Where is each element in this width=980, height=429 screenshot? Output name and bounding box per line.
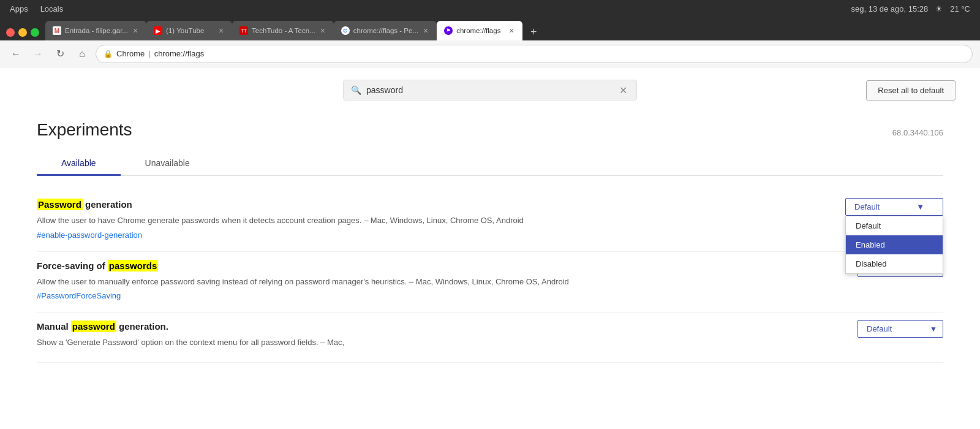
- flag-dropdown-manual-password[interactable]: Default Enabled Disabled ▼: [858, 320, 943, 338]
- window-close-button[interactable]: [6, 28, 15, 37]
- flag-content-force-saving: Force-saving of passwords Allow the user…: [37, 259, 833, 302]
- home-button[interactable]: ⌂: [74, 45, 91, 63]
- tab-gmail-close[interactable]: ×: [132, 26, 139, 35]
- flags-search-header: 🔍 ✕ Reset all to default: [0, 67, 980, 108]
- reset-all-button[interactable]: Reset all to default: [866, 80, 956, 101]
- flag-item-force-saving: Force-saving of passwords Allow the user…: [37, 252, 943, 313]
- content-area: 🔍 ✕ Reset all to default Experiments 68.…: [0, 67, 980, 429]
- flag-title-manual-password: Manual password generation.: [37, 320, 833, 333]
- tab-gmail[interactable]: M Entrada - filipe.gar... ×: [45, 21, 146, 40]
- flag-select-manual-password[interactable]: Default Enabled Disabled: [858, 320, 943, 338]
- flag-title-highlight-3: password: [71, 321, 116, 332]
- address-separator: |: [148, 49, 150, 58]
- flag-title-rest-1: generation: [85, 199, 132, 210]
- flag-desc-password-generation: Allow the user to have Chrome generate p…: [37, 214, 821, 227]
- tab-youtube-title: (1) YouTube: [166, 27, 214, 34]
- tab-flags-pe-title: chrome://flags - Pe...: [353, 27, 418, 34]
- temperature: 21 °C: [950, 4, 970, 13]
- tab-youtube[interactable]: ▶ (1) YouTube ×: [146, 21, 232, 40]
- youtube-favicon: ▶: [154, 26, 162, 35]
- flag-desc-force-saving: Allow the user to manually enforce passw…: [37, 276, 833, 288]
- tab-techtudo-close[interactable]: ×: [319, 26, 326, 35]
- locals-label[interactable]: Locals: [40, 4, 64, 13]
- flag-content-manual-password: Manual password generation. Show a 'Gene…: [37, 320, 833, 351]
- new-tab-button[interactable]: +: [525, 23, 542, 40]
- flag-content-password-generation: Password generation Allow the user to ha…: [37, 198, 821, 240]
- experiments-title: Experiments: [37, 120, 132, 140]
- flag-item-manual-password: Manual password generation. Show a 'Gene…: [37, 313, 943, 363]
- dropdown-option-default[interactable]: Default: [846, 216, 943, 235]
- refresh-button[interactable]: ↻: [51, 45, 69, 63]
- window-maximize-button[interactable]: [31, 28, 39, 37]
- lock-icon: 🔒: [104, 50, 113, 58]
- tab-unavailable[interactable]: Unavailable: [121, 152, 214, 176]
- flag-title-pre-2: Force-saving of: [37, 260, 108, 271]
- flag-link-password-generation[interactable]: #enable-password-generation: [37, 230, 142, 240]
- flag-link-force-saving[interactable]: #PasswordForceSaving: [37, 291, 121, 300]
- dropdown-option-disabled[interactable]: Disabled: [846, 254, 943, 273]
- address-url: chrome://flags: [154, 49, 205, 58]
- address-bar[interactable]: 🔒 Chrome | chrome://flags: [96, 45, 973, 63]
- tab-available[interactable]: Available: [37, 152, 121, 176]
- dropdown-option-enabled[interactable]: Enabled: [846, 235, 943, 254]
- flag-title-pre-3: Manual: [37, 321, 71, 332]
- weather-icon: ☀: [935, 4, 943, 13]
- os-bar: Apps Locals seg, 13 de ago, 15:28 ☀ 21 °…: [0, 0, 980, 17]
- google-favicon: G: [341, 26, 350, 35]
- tab-youtube-close[interactable]: ×: [217, 26, 225, 35]
- tab-flags-pe-close[interactable]: ×: [422, 26, 429, 35]
- experiments-tabs: Available Unavailable: [37, 152, 943, 176]
- search-box[interactable]: 🔍 ✕: [343, 80, 637, 101]
- tab-techtudo[interactable]: TT TechTudo - A Tecn... ×: [232, 21, 334, 40]
- address-chrome: Chrome: [116, 49, 145, 58]
- tab-flags-active[interactable]: ⚑ chrome://flags ×: [437, 21, 522, 40]
- datetime: seg, 13 de ago, 15:28: [851, 4, 929, 13]
- flag-title-highlight-2: passwords: [108, 260, 158, 271]
- forward-button[interactable]: →: [29, 45, 47, 63]
- flag-title-post-3: generation.: [119, 321, 168, 332]
- apps-label[interactable]: Apps: [10, 4, 28, 13]
- techtudo-favicon: TT: [239, 26, 248, 35]
- gmail-favicon: M: [53, 26, 61, 35]
- window-minimize-button[interactable]: [18, 28, 27, 37]
- tab-bar: M Entrada - filipe.gar... × ▶ (1) YouTub…: [0, 17, 980, 40]
- tab-flags-active-close[interactable]: ×: [508, 26, 515, 35]
- experiments-section: Experiments 68.0.3440.106 Available Unav…: [12, 108, 968, 363]
- flag-title-password-generation: Password generation: [37, 198, 821, 211]
- search-icon: 🔍: [351, 85, 361, 95]
- dropdown-arrow-password-generation: ▼: [916, 202, 924, 211]
- search-input[interactable]: [366, 85, 612, 95]
- dropdown-value-password-generation: Default: [854, 202, 880, 211]
- flag-dropdown-password-generation[interactable]: Default ▼ Default Enabled Disabled: [845, 198, 943, 216]
- flag-title-force-saving: Force-saving of passwords: [37, 259, 833, 272]
- dropdown-trigger-password-generation[interactable]: Default ▼: [845, 198, 943, 216]
- flag-item-password-generation: Password generation Allow the user to ha…: [37, 191, 943, 252]
- tab-flags-active-title: chrome://flags: [456, 27, 504, 34]
- search-clear-button[interactable]: ✕: [617, 84, 629, 96]
- dropdown-menu-password-generation: Default Enabled Disabled: [845, 216, 943, 274]
- flag-title-highlight-1: Password: [37, 199, 83, 210]
- chrome-flags-favicon: ⚑: [444, 26, 453, 35]
- navigation-bar: ← → ↻ ⌂ 🔒 Chrome | chrome://flags: [0, 40, 980, 67]
- tab-gmail-title: Entrada - filipe.gar...: [65, 27, 128, 34]
- flag-desc-manual-password: Show a 'Generate Password' option on the…: [37, 336, 833, 349]
- back-button[interactable]: ←: [7, 45, 24, 63]
- tab-flags-pe[interactable]: G chrome://flags - Pe... ×: [334, 21, 437, 40]
- tab-techtudo-title: TechTudo - A Tecn...: [252, 27, 315, 34]
- version-label: 68.0.3440.106: [892, 128, 943, 137]
